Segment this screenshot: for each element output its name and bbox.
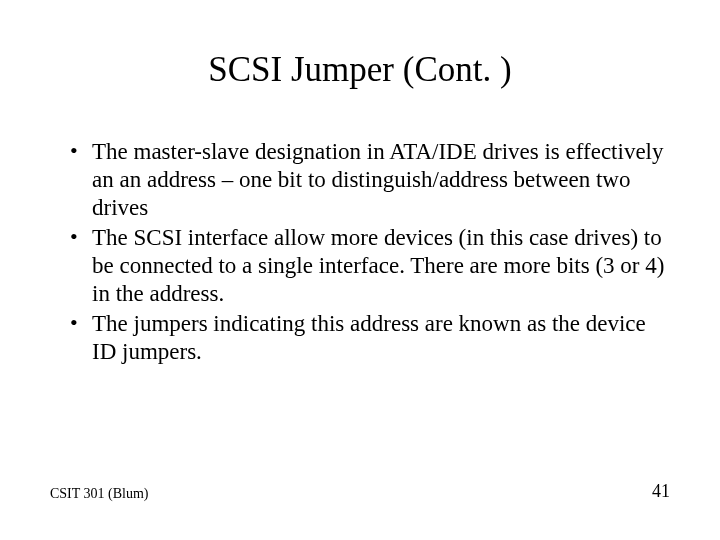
- footer-course: CSIT 301 (Blum): [50, 486, 149, 502]
- slide: SCSI Jumper (Cont. ) The master-slave de…: [0, 0, 720, 540]
- footer-page-number: 41: [652, 481, 670, 502]
- slide-title: SCSI Jumper (Cont. ): [50, 50, 670, 90]
- list-item: The master-slave designation in ATA/IDE …: [70, 138, 670, 222]
- list-item: The SCSI interface allow more devices (i…: [70, 224, 670, 308]
- list-item: The jumpers indicating this address are …: [70, 310, 670, 366]
- bullet-list: The master-slave designation in ATA/IDE …: [50, 138, 670, 366]
